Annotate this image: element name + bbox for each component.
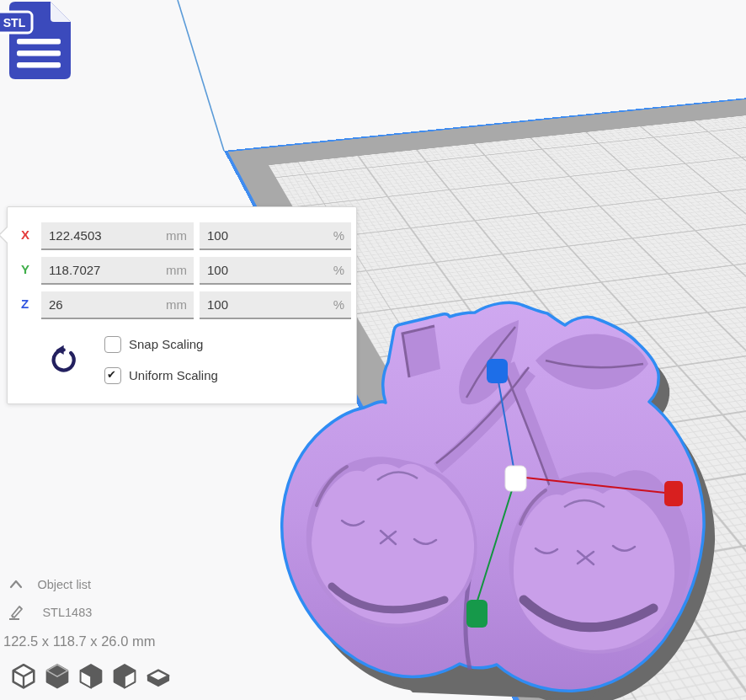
cube-top-face-icon xyxy=(145,662,172,689)
stl-badge-label: STL xyxy=(3,16,26,29)
chevron-up-icon xyxy=(8,579,24,590)
scale-row-z: Z mm % xyxy=(8,291,356,318)
scale-tool-panel: X mm % Y mm % Z mm xyxy=(7,206,357,404)
tab-cavity xyxy=(402,326,440,377)
unit-label-percent: % xyxy=(333,297,344,312)
scale-x-percent-field: % xyxy=(200,222,351,250)
scale-z-mm-field: mm xyxy=(41,291,194,319)
axis-label-x: X xyxy=(21,227,36,242)
reset-rotate-icon xyxy=(49,345,77,373)
scale-z-percent-field: % xyxy=(200,291,351,319)
object-list-item[interactable]: STL1483 xyxy=(7,602,92,623)
uniform-scaling-label: Uniform Scaling xyxy=(129,368,218,382)
axis-label-z: Z xyxy=(21,297,36,311)
build-volume-z-edge xyxy=(178,0,224,151)
view-front-button[interactable] xyxy=(77,662,104,689)
viewport-3d[interactable]: STL X mm % Y mm % xyxy=(0,0,746,700)
scale-row-y: Y mm % xyxy=(8,257,356,283)
cube-front-face-icon xyxy=(77,662,104,689)
view-left-button[interactable] xyxy=(111,662,138,689)
pencil-icon xyxy=(7,602,27,623)
unit-label-mm: mm xyxy=(166,297,187,312)
scale-y-percent-field: % xyxy=(200,257,351,285)
unit-label-percent: % xyxy=(333,228,344,243)
view-solid-button[interactable] xyxy=(44,662,71,689)
view-top-button[interactable] xyxy=(145,662,172,689)
reset-scale-button[interactable] xyxy=(48,345,78,375)
right-cherry-cavity xyxy=(509,470,690,654)
gizmo-center-handle[interactable] xyxy=(505,466,526,491)
scale-x-mm-field: mm xyxy=(41,222,194,250)
uniform-scaling-checkbox[interactable] xyxy=(104,367,121,384)
cube-side-face-icon xyxy=(111,662,138,689)
snap-scaling-label: Snap Scaling xyxy=(129,337,203,351)
stl-badge: STL xyxy=(0,12,32,33)
unit-label-mm: mm xyxy=(166,228,187,243)
cube-solid-icon xyxy=(44,662,71,689)
object-list-header[interactable]: Object list xyxy=(8,576,91,591)
view-toolbar xyxy=(10,662,172,689)
stl-file-icon: STL xyxy=(0,0,80,84)
gizmo-z-handle[interactable] xyxy=(487,359,508,383)
unit-label-percent: % xyxy=(333,263,344,277)
scale-row-x: X mm % xyxy=(8,222,356,248)
scale-z-percent-input[interactable] xyxy=(200,291,351,318)
cube-wireframe-icon xyxy=(10,662,37,689)
scale-x-percent-input[interactable] xyxy=(200,222,351,248)
view-isometric-button[interactable] xyxy=(10,662,37,689)
scale-y-percent-input[interactable] xyxy=(200,257,351,283)
axis-label-y: Y xyxy=(21,262,36,276)
object-item-name: STL1483 xyxy=(42,606,92,619)
object-list-title: Object list xyxy=(37,578,91,591)
scale-y-mm-field: mm xyxy=(41,257,194,285)
model-dimensions-label: 122.5 x 118.7 x 26.0 mm xyxy=(3,633,155,649)
gizmo-x-handle[interactable] xyxy=(664,481,683,506)
unit-label-mm: mm xyxy=(166,263,187,277)
snap-scaling-checkbox[interactable] xyxy=(104,336,121,353)
gizmo-y-handle[interactable] xyxy=(466,600,488,628)
